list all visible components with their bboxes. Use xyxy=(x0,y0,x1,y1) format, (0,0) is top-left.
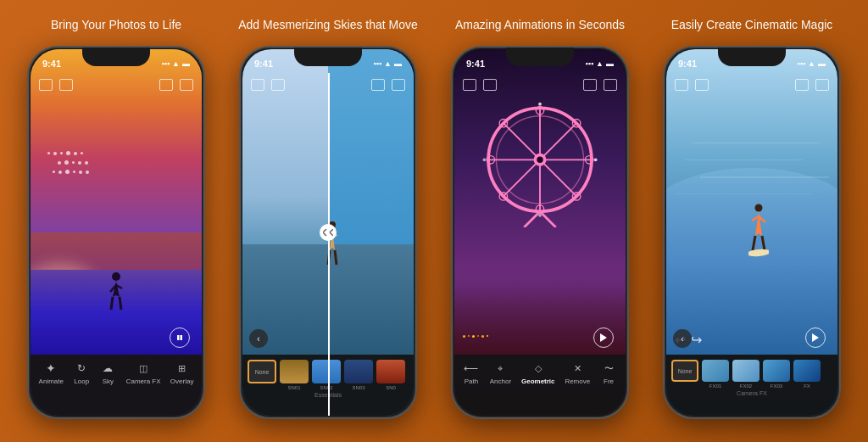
svg-point-0 xyxy=(112,272,120,281)
dot xyxy=(66,151,70,155)
fx-thumb-fx03[interactable]: FX03 xyxy=(763,360,790,389)
status-icons-2: ▪▪▪ ▲ ▬ xyxy=(374,59,403,68)
sky-icon: ☁ xyxy=(99,361,116,375)
tool-animate[interactable]: ✦ Animate xyxy=(39,361,64,385)
fx-thumb-none[interactable]: None xyxy=(671,360,698,382)
icon-left-2[interactable] xyxy=(59,79,73,91)
tool-path-label: Path xyxy=(465,378,478,385)
icon-right-2[interactable] xyxy=(180,79,193,91)
svg-marker-33 xyxy=(812,333,819,342)
tool-remove[interactable]: ✕ Remove xyxy=(565,361,590,385)
phone-section-3: Amazing Animations in Seconds xyxy=(438,7,642,435)
nav-left-4[interactable]: ‹ xyxy=(673,329,692,348)
redo-icon[interactable]: ↪ xyxy=(691,332,702,348)
phone-screen-4: ↩ ↪ 9:41 ▪▪▪ ▲ ▬ xyxy=(666,49,837,416)
dot xyxy=(86,171,89,174)
battery-icon-2: ▬ xyxy=(394,59,402,68)
tool-geometric[interactable]: ◇ Geometric xyxy=(521,361,555,385)
nav-left-2[interactable]: ‹ xyxy=(249,329,268,348)
svg-point-29 xyxy=(483,158,487,161)
icon-right-6[interactable] xyxy=(604,79,617,91)
path-icon: ⟵ xyxy=(463,361,480,375)
icon-left-3[interactable] xyxy=(251,79,264,91)
remove-icon: ✕ xyxy=(569,361,586,375)
svg-rect-2 xyxy=(181,335,183,340)
tool-camerafx[interactable]: ◫ Camera FX xyxy=(126,361,161,385)
tool-anchor-label: Anchor xyxy=(490,378,511,385)
phone-section-2: Add Mesmerizing Skies that Move xyxy=(226,7,430,435)
top-bar-4 xyxy=(666,73,837,97)
sky-thumb-sn03[interactable]: SN03 xyxy=(344,360,373,390)
fx-thumb-fx04[interactable]: FX xyxy=(793,360,821,389)
sn01-thumb xyxy=(280,360,309,383)
sky-thumb-none[interactable]: None xyxy=(248,360,276,383)
app-container: Bring Your Photos to Life xyxy=(0,0,868,442)
tool-animate-label: Animate xyxy=(39,378,64,385)
dot xyxy=(79,171,82,174)
phone-screen-1: 9:41 ▪▪▪ ▲ ▬ xyxy=(31,49,202,416)
status-icons-3: ▪▪▪ ▲ ▬ xyxy=(586,59,615,68)
sky-thumb-sn01[interactable]: SN01 xyxy=(280,360,309,390)
none-fx-label: None xyxy=(678,368,693,374)
divider-handle[interactable] xyxy=(320,224,337,241)
top-bar-1 xyxy=(31,73,202,97)
status-icons-1: ▪▪▪ ▲ ▬ xyxy=(162,59,191,68)
status-time-3: 9:41 xyxy=(466,59,485,69)
play-button-4[interactable] xyxy=(805,327,826,348)
tool-anchor[interactable]: ⌖ Anchor xyxy=(490,361,511,385)
none-thumb: None xyxy=(248,360,276,383)
anchor-icon: ⌖ xyxy=(492,361,509,375)
icon-left-5[interactable] xyxy=(463,79,476,91)
sky-thumb-sn04[interactable]: SN0 xyxy=(376,360,405,390)
fx04-thumb xyxy=(793,360,821,382)
caption-4: Easily Create Cinematic Magic xyxy=(663,7,842,42)
none-label: None xyxy=(255,369,270,375)
dot xyxy=(53,171,55,173)
icon-right-3[interactable] xyxy=(371,79,385,91)
icon-right-8[interactable] xyxy=(815,79,829,91)
tool-loop[interactable]: ↻ Loop xyxy=(73,361,90,385)
battery-icon-3: ▬ xyxy=(606,59,614,68)
sky-thumb-sn02[interactable]: SN02 xyxy=(312,360,341,390)
phone-section-1: Bring Your Photos to Life xyxy=(14,7,218,435)
dot xyxy=(81,152,83,154)
icon-right-7[interactable] xyxy=(795,79,809,91)
loop-icon: ↻ xyxy=(73,361,90,375)
phone-notch-4 xyxy=(718,48,786,66)
path-toolbar: ⟵ Path ⌖ Anchor ◇ Geometric ✕ xyxy=(454,355,626,416)
icon-left-1[interactable] xyxy=(39,79,53,91)
tool-path[interactable]: ⟵ Path xyxy=(463,361,480,385)
top-bar-left-2 xyxy=(251,79,285,91)
status-icons-4: ▪▪▪ ▲ ▬ xyxy=(798,59,826,68)
fx02-label: FX02 xyxy=(740,383,752,389)
tool-remove-label: Remove xyxy=(565,378,590,385)
svg-rect-1 xyxy=(177,335,180,340)
phone4-surfer xyxy=(748,204,769,259)
fx01-label: FX01 xyxy=(709,383,721,389)
icon-right-4[interactable] xyxy=(392,79,405,91)
dot xyxy=(74,152,77,155)
svg-point-26 xyxy=(538,103,542,106)
icon-left-8[interactable] xyxy=(695,79,709,91)
fx-toolbar: None FX01 FX02 FX03 xyxy=(666,355,837,416)
fx-thumb-fx01[interactable]: FX01 xyxy=(702,360,729,389)
icon-right-1[interactable] xyxy=(159,79,173,91)
tool-overlay[interactable]: ⊞ Overlay xyxy=(170,361,194,385)
svg-point-28 xyxy=(538,214,542,217)
dot xyxy=(72,161,75,164)
fx-thumb-fx02[interactable]: FX02 xyxy=(732,360,760,389)
tool-fre[interactable]: 〜 Fre xyxy=(600,361,617,385)
tool-sky[interactable]: ☁ Sky xyxy=(99,361,116,385)
icon-left-6[interactable] xyxy=(483,79,497,91)
top-bar-right-1 xyxy=(159,79,193,91)
icon-left-7[interactable] xyxy=(675,79,688,91)
icon-left-4[interactable] xyxy=(271,79,285,91)
dot xyxy=(64,160,69,165)
play-pause-button-1[interactable] xyxy=(170,327,190,348)
none-fx-thumb: None xyxy=(671,360,698,382)
phone-screen-2: 9:41 ▪▪▪ ▲ ▬ xyxy=(242,49,414,416)
sn04-label: SN0 xyxy=(386,385,396,390)
icon-right-5[interactable] xyxy=(583,79,597,91)
play-button-3[interactable] xyxy=(593,327,614,348)
ferris-wheel xyxy=(476,100,604,227)
